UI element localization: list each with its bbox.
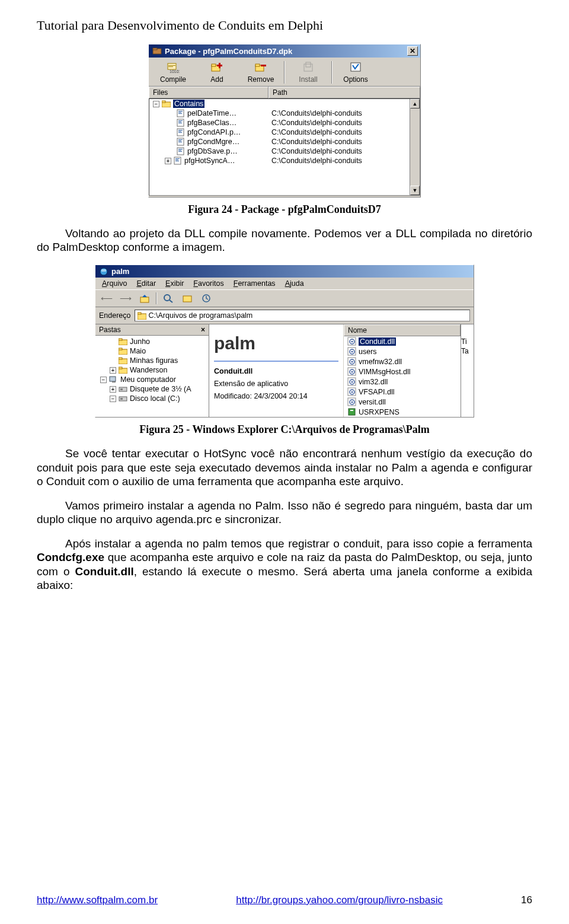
svg-point-85: [351, 402, 353, 403]
paragraph-2: Se você tentar executar o HotSync você n…: [37, 447, 532, 488]
file-row[interactable]: vim32.dll: [344, 377, 461, 387]
svg-rect-27: [178, 130, 183, 130]
nav-back-button[interactable]: ⟵: [99, 292, 114, 305]
file-row[interactable]: vmefnw32.dll: [344, 356, 461, 367]
tree-node[interactable]: Junho: [97, 337, 207, 346]
tree-close-icon[interactable]: ×: [201, 326, 205, 334]
svg-rect-39: [175, 158, 180, 159]
root-label: Contains: [173, 100, 204, 108]
file-name: pfgCondAPI.p…: [187, 128, 241, 136]
nav-history-button[interactable]: [199, 292, 214, 305]
figure-package: Package - pfgPalmConduitsD7.dpk ✕ 10101 …: [37, 44, 532, 197]
file-row[interactable]: USRXPENS: [344, 407, 461, 417]
pkg-install-button[interactable]: Install: [286, 60, 330, 85]
divider: [214, 361, 338, 362]
expand-icon[interactable]: +: [110, 386, 116, 393]
tree-node[interactable]: Minhas figuras: [97, 356, 207, 365]
collapse-icon[interactable]: −: [110, 396, 116, 402]
expand-icon[interactable]: +: [165, 158, 171, 164]
menu-favoritos[interactable]: Favoritos: [189, 279, 228, 288]
paragraph-1: Voltando ao projeto da DLL compile novam…: [37, 227, 532, 254]
col-name[interactable]: Nome: [344, 324, 461, 336]
pkg-file-row[interactable]: pfgBaseClas…: [149, 118, 269, 128]
nav-folders-button[interactable]: [180, 292, 195, 305]
collapse-icon[interactable]: −: [100, 377, 107, 383]
svg-text:10101: 10101: [170, 69, 180, 74]
tree-node[interactable]: −Disco local (C:): [97, 394, 207, 403]
tree-node[interactable]: −Meu computador: [97, 375, 207, 384]
nav-up-button[interactable]: [137, 292, 152, 305]
svg-rect-31: [178, 139, 183, 140]
explorer-icon: [99, 267, 108, 276]
pkg-options-button[interactable]: Options: [334, 60, 378, 85]
pkg-file-row[interactable]: pfgDbSave.p…: [149, 146, 269, 156]
menu-ajuda[interactable]: Ajuda: [281, 279, 308, 288]
detail-kind: Extensão de aplicativo: [214, 379, 338, 389]
address-input[interactable]: C:\Arquivos de programas\palm: [135, 310, 470, 321]
svg-rect-37: [178, 151, 182, 152]
remove-icon: [254, 61, 268, 74]
pkg-remove-button[interactable]: Remove: [239, 60, 283, 85]
col-path[interactable]: Path: [268, 87, 420, 98]
tree-title: Pastas: [99, 326, 121, 334]
svg-rect-62: [120, 388, 123, 390]
menu-exibir[interactable]: Exibir: [161, 279, 188, 288]
pkg-title: Package - pfgPalmConduitsD7.dpk: [165, 47, 292, 56]
menu-ferramentas[interactable]: Ferramentas: [229, 279, 280, 288]
tool-label: Options: [343, 75, 367, 84]
scroll-up-icon[interactable]: ▲: [410, 99, 420, 109]
pkg-file-row[interactable]: pfgCondAPI.p…: [149, 128, 269, 137]
collapse-icon[interactable]: −: [153, 101, 159, 107]
file-row[interactable]: VIMMsgHost.dll: [344, 367, 461, 377]
svg-rect-54: [119, 348, 122, 350]
pkg-scrollbar[interactable]: ▲ ▼: [410, 99, 420, 195]
svg-rect-14: [306, 62, 311, 67]
palm-file-icon: [347, 407, 356, 416]
pas-file-icon: [177, 109, 185, 117]
tree-node[interactable]: +Wanderson: [97, 365, 207, 375]
explorer-address-row: Endereço C:\Arquivos de programas\palm: [95, 307, 474, 324]
col-files[interactable]: Files: [149, 87, 268, 98]
tool-label: Remove: [248, 75, 274, 84]
svg-rect-13: [304, 64, 312, 71]
tree-label: Minhas figuras: [130, 356, 178, 365]
computer-icon: [109, 376, 118, 383]
file-row[interactable]: users: [344, 346, 461, 356]
pkg-add-button[interactable]: Add: [195, 60, 239, 85]
pkg-file-row[interactable]: pfgCondMgre…: [149, 137, 269, 146]
nav-search-button[interactable]: [161, 292, 176, 305]
menu-editar[interactable]: Editar: [132, 279, 160, 288]
svg-rect-87: [350, 410, 353, 411]
expand-icon[interactable]: +: [110, 367, 116, 374]
scroll-down-icon[interactable]: ▼: [410, 186, 420, 195]
pkg-close-button[interactable]: ✕: [407, 46, 418, 56]
file-name: USRXPENS: [359, 408, 399, 416]
file-name: Conduit.dll: [359, 337, 396, 346]
file-row[interactable]: VFSAPI.dll: [344, 387, 461, 397]
pkg-compile-button[interactable]: 10101 Compile: [151, 60, 195, 85]
menu-arquivo[interactable]: Arquivo: [98, 279, 131, 288]
footer-link-1[interactable]: http://www.softpalm.com.br: [37, 894, 158, 906]
svg-rect-1: [153, 48, 157, 50]
file-row[interactable]: versit.dll: [344, 397, 461, 407]
svg-rect-11: [255, 64, 260, 66]
pas-file-icon: [174, 157, 182, 165]
svg-rect-21: [178, 113, 182, 114]
svg-rect-43: [101, 269, 106, 272]
explorer-details-panel: palm Conduit.dll Extensão de aplicativo …: [209, 324, 343, 417]
tree-node[interactable]: Maio: [97, 346, 207, 356]
tree-label: Junho: [130, 337, 150, 346]
address-text: C:\Arquivos de programas\palm: [149, 311, 253, 320]
footer-link-2[interactable]: http://br.groups.yahoo.com/group/livro-n…: [236, 894, 443, 906]
explorer-tree-panel: Pastas × JunhoMaioMinhas figuras+Wanders…: [95, 324, 209, 417]
tree-node[interactable]: +Disquete de 3½ (A: [97, 384, 207, 394]
pkg-toolbar: 10101 Compile Add Remove: [149, 58, 420, 87]
nav-fwd-button[interactable]: ⟶: [118, 292, 133, 305]
svg-rect-3: [168, 65, 175, 66]
toolbar-divider: [284, 61, 285, 84]
pkg-file-row[interactable]: +pfgHotSyncA…: [149, 156, 269, 165]
svg-rect-40: [175, 160, 178, 160]
pkg-root-node[interactable]: − Contains: [149, 99, 269, 109]
pkg-file-row[interactable]: pelDateTime…: [149, 109, 269, 118]
file-row[interactable]: Conduit.dll: [344, 336, 461, 346]
